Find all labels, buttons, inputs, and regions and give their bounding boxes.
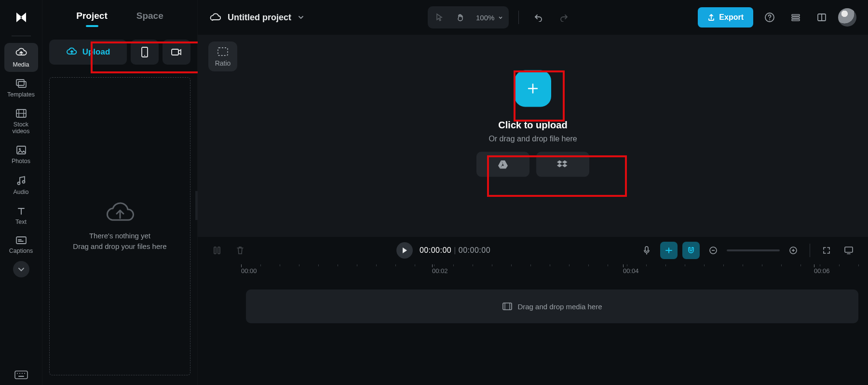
rail-more-button[interactable] [13, 261, 29, 277]
dropzone-text: There's nothing yet Drag and drop your f… [73, 231, 166, 252]
captions-icon [15, 236, 27, 245]
keyboard-shortcuts-button[interactable] [14, 371, 28, 379]
hand-tool[interactable] [451, 8, 470, 27]
svg-rect-0 [16, 80, 24, 85]
rail-item-media[interactable]: Media [4, 43, 38, 72]
export-button[interactable]: Export [698, 7, 753, 28]
rail-label: Audio [14, 189, 29, 195]
zoom-out-button[interactable] [705, 242, 722, 259]
timeline: 00:00:00 | 00:00:00 00:00 00:02 00:04 00… [198, 236, 868, 385]
upload-subtext: Or drag and drop file here [488, 134, 577, 143]
panels-button[interactable] [812, 8, 831, 27]
rail-label: Media [13, 61, 29, 68]
svg-point-9 [22, 181, 25, 183]
zoom-level[interactable]: 100% [472, 14, 507, 22]
film-icon [15, 109, 27, 118]
media-panel: Project Space Upload There's nothing yet… [42, 0, 198, 385]
svg-point-20 [144, 55, 145, 56]
title-dropdown[interactable] [298, 15, 304, 19]
film-icon [502, 302, 513, 311]
svg-point-33 [668, 249, 670, 251]
upload-button[interactable]: Upload [49, 40, 127, 65]
help-button[interactable] [760, 8, 779, 27]
divider [12, 36, 31, 36]
zoom-slider[interactable] [727, 249, 780, 251]
rail-item-templates[interactable]: Templates [4, 74, 38, 102]
ratio-icon [216, 46, 230, 57]
svg-point-15 [19, 373, 20, 374]
record-button[interactable] [163, 40, 190, 65]
svg-point-14 [17, 373, 18, 374]
panel-dropzone[interactable]: There's nothing yet Drag and drop your f… [49, 77, 190, 375]
svg-point-23 [769, 19, 770, 20]
panel-tabs: Project Space [42, 0, 197, 35]
fit-button[interactable] [818, 242, 835, 259]
layers-button[interactable] [786, 8, 805, 27]
snap-button[interactable] [660, 242, 678, 259]
rail-item-audio[interactable]: Audio [4, 170, 38, 199]
svg-rect-26 [792, 19, 800, 21]
cloud-sync-icon[interactable] [209, 13, 221, 22]
user-avatar[interactable] [838, 8, 856, 27]
delete-button[interactable] [231, 242, 249, 259]
timeline-dropzone[interactable]: Drag and drop media here [246, 289, 858, 323]
rail-item-captions[interactable]: Captions [4, 231, 38, 258]
svg-rect-1 [18, 82, 26, 87]
dropbox-button[interactable] [536, 151, 589, 177]
svg-point-17 [24, 373, 25, 374]
canvas-upload-prompt: Click to upload Or drag and drop file he… [476, 70, 589, 177]
play-button[interactable] [396, 242, 413, 259]
upload-from-phone-button[interactable] [131, 40, 159, 65]
magnet-button[interactable] [682, 242, 700, 259]
zoom-in-button[interactable] [785, 242, 802, 259]
svg-rect-31 [218, 247, 220, 254]
svg-point-16 [22, 373, 23, 374]
google-drive-button[interactable] [476, 151, 529, 177]
cloud-sources [476, 151, 589, 177]
divider [810, 244, 810, 257]
ratio-button[interactable]: Ratio [208, 41, 237, 71]
rail-label: Photos [12, 158, 30, 165]
cloud-upload-icon [66, 47, 78, 57]
upload-label: Upload [82, 47, 110, 57]
app-logo[interactable] [13, 9, 30, 26]
cloud-upload-icon [15, 48, 27, 58]
rail-label: Stock videos [12, 121, 29, 135]
svg-rect-29 [218, 48, 228, 55]
tab-space[interactable]: Space [136, 11, 163, 24]
split-button[interactable] [208, 242, 226, 259]
svg-rect-32 [645, 247, 648, 251]
undo-button[interactable] [529, 8, 548, 27]
rail-item-stock-videos[interactable]: Stock videos [4, 104, 38, 138]
project-title[interactable]: Untitled project [228, 13, 291, 23]
templates-icon [15, 79, 27, 88]
timeline-ruler[interactable]: 00:00 00:02 00:04 00:06 [241, 263, 868, 281]
svg-point-7 [19, 148, 21, 150]
rail-item-photos[interactable]: Photos [4, 140, 38, 168]
svg-rect-25 [792, 17, 800, 18]
preview-monitor-button[interactable] [840, 242, 857, 259]
upload-heading: Click to upload [498, 119, 567, 130]
upload-row: Upload [49, 40, 190, 65]
svg-rect-21 [172, 49, 178, 55]
add-media-button[interactable] [515, 70, 551, 107]
google-drive-icon [497, 159, 509, 169]
rail-label: Captions [9, 248, 33, 254]
phone-icon [141, 46, 149, 58]
plus-icon [526, 81, 540, 96]
rail-item-text[interactable]: Text [4, 201, 38, 229]
redo-button[interactable] [555, 8, 574, 27]
pointer-tool[interactable] [430, 8, 449, 27]
timecode: 00:00:00 | 00:00:00 [420, 246, 490, 255]
cloud-upload-icon [105, 201, 136, 226]
rail-label: Text [15, 219, 27, 225]
export-icon [707, 14, 715, 21]
topbar: Untitled project 100% Export [198, 0, 868, 35]
voiceover-button[interactable] [638, 242, 655, 259]
music-icon [16, 175, 27, 186]
left-rail: Media Templates Stock videos Photos Audi… [0, 0, 42, 385]
camera-icon [171, 48, 182, 56]
canvas-area: Ratio Click to upload Or drag and drop f… [198, 35, 868, 236]
tab-project[interactable]: Project [76, 11, 107, 24]
divider [518, 11, 519, 24]
